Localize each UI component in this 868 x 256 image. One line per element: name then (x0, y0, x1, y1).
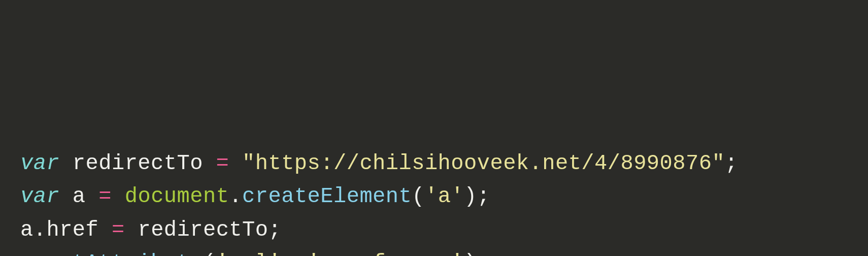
identifier: redirectTo (73, 151, 203, 176)
keyword-var: var (20, 151, 59, 176)
function-createElement: createElement (242, 184, 412, 209)
string-literal: 'a' (425, 184, 464, 209)
identifier: a (20, 251, 34, 256)
code-block: var redirectTo = "https://chilsihooveek.… (20, 147, 853, 256)
identifier: a (20, 218, 34, 242)
code-line-3: a.href = redirectTo; (20, 214, 853, 247)
operator-assign: = (98, 184, 112, 209)
identifier: a (73, 184, 86, 209)
code-line-4: a.setAttribute('rel', 'noreferrer'); (20, 247, 853, 256)
string-literal: 'rel' (216, 251, 282, 256)
operator-assign: = (112, 218, 125, 242)
property: href (46, 218, 98, 242)
identifier: redirectTo (138, 218, 268, 242)
keyword-var: var (20, 184, 59, 209)
function-setAttribute: setAttribute (46, 251, 203, 256)
semicolon: ; (725, 151, 738, 176)
string-literal: "https://chilsihooveek.net/4/8990876" (242, 151, 725, 176)
object-document: document (125, 184, 229, 209)
operator-assign: = (216, 151, 229, 176)
code-line-1: var redirectTo = "https://chilsihooveek.… (20, 147, 853, 180)
code-line-2: var a = document.createElement('a'); (20, 180, 853, 213)
string-literal: 'noreferrer' (308, 251, 464, 256)
